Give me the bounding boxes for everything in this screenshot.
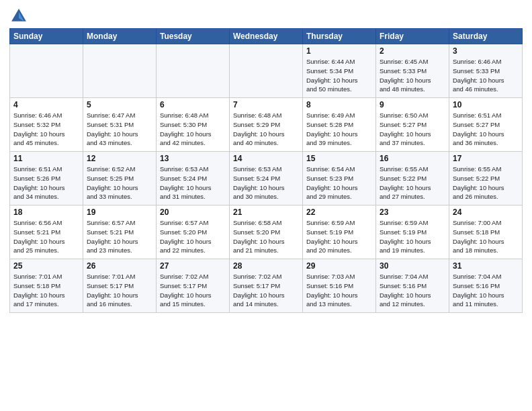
calendar-cell: 22Sunrise: 6:59 AM Sunset: 5:19 PM Dayli…	[303, 205, 376, 259]
day-number: 13	[160, 154, 226, 163]
day-info: Sunrise: 6:58 AM Sunset: 5:20 PM Dayligh…	[233, 218, 299, 255]
day-info: Sunrise: 6:59 AM Sunset: 5:19 PM Dayligh…	[306, 218, 372, 255]
day-header-friday: Friday	[376, 29, 449, 44]
day-info: Sunrise: 7:01 AM Sunset: 5:18 PM Dayligh…	[13, 272, 79, 309]
day-info: Sunrise: 6:50 AM Sunset: 5:27 PM Dayligh…	[380, 111, 445, 148]
calendar-cell: 14Sunrise: 6:53 AM Sunset: 5:24 PM Dayli…	[230, 152, 303, 205]
calendar-cell: 21Sunrise: 6:58 AM Sunset: 5:20 PM Dayli…	[230, 205, 303, 259]
calendar-cell: 13Sunrise: 6:53 AM Sunset: 5:24 PM Dayli…	[157, 152, 230, 205]
day-number: 10	[453, 100, 519, 109]
calendar-cell: 2Sunrise: 6:45 AM Sunset: 5:33 PM Daylig…	[376, 44, 449, 98]
day-number: 23	[380, 208, 445, 217]
day-info: Sunrise: 6:57 AM Sunset: 5:20 PM Dayligh…	[160, 218, 226, 255]
calendar-cell: 15Sunrise: 6:54 AM Sunset: 5:23 PM Dayli…	[303, 152, 376, 205]
day-info: Sunrise: 6:48 AM Sunset: 5:29 PM Dayligh…	[233, 111, 299, 148]
calendar-cell: 30Sunrise: 7:04 AM Sunset: 5:16 PM Dayli…	[376, 259, 449, 313]
day-info: Sunrise: 6:46 AM Sunset: 5:33 PM Dayligh…	[453, 57, 519, 94]
calendar-cell: 23Sunrise: 6:59 AM Sunset: 5:19 PM Dayli…	[376, 205, 449, 259]
day-header-tuesday: Tuesday	[157, 29, 230, 44]
day-number: 20	[160, 208, 226, 217]
day-info: Sunrise: 7:03 AM Sunset: 5:16 PM Dayligh…	[306, 272, 372, 309]
day-info: Sunrise: 6:53 AM Sunset: 5:24 PM Dayligh…	[160, 165, 226, 201]
calendar-cell: 10Sunrise: 6:51 AM Sunset: 5:27 PM Dayli…	[449, 98, 523, 152]
day-number: 19	[87, 208, 152, 217]
calendar-cell: 5Sunrise: 6:47 AM Sunset: 5:31 PM Daylig…	[83, 98, 157, 152]
day-number: 5	[87, 100, 152, 109]
calendar-header: SundayMondayTuesdayWednesdayThursdayFrid…	[10, 29, 523, 44]
day-info: Sunrise: 6:46 AM Sunset: 5:32 PM Dayligh…	[13, 111, 79, 148]
calendar-week-2: 4Sunrise: 6:46 AM Sunset: 5:32 PM Daylig…	[10, 98, 523, 152]
header-row: SundayMondayTuesdayWednesdayThursdayFrid…	[10, 29, 523, 44]
day-header-saturday: Saturday	[449, 29, 523, 44]
day-header-monday: Monday	[83, 29, 157, 44]
day-info: Sunrise: 6:45 AM Sunset: 5:33 PM Dayligh…	[380, 57, 445, 94]
calendar-week-3: 11Sunrise: 6:51 AM Sunset: 5:26 PM Dayli…	[10, 152, 523, 205]
calendar-cell: 6Sunrise: 6:48 AM Sunset: 5:30 PM Daylig…	[157, 98, 230, 152]
day-header-thursday: Thursday	[303, 29, 376, 44]
calendar-cell: 17Sunrise: 6:55 AM Sunset: 5:22 PM Dayli…	[449, 152, 523, 205]
day-header-sunday: Sunday	[10, 29, 83, 44]
main-container: SundayMondayTuesdayWednesdayThursdayFrid…	[0, 0, 532, 317]
day-number: 26	[87, 261, 152, 271]
day-number: 3	[453, 46, 519, 56]
day-info: Sunrise: 6:51 AM Sunset: 5:27 PM Dayligh…	[453, 111, 519, 148]
calendar-table: SundayMondayTuesdayWednesdayThursdayFrid…	[9, 28, 523, 313]
day-number: 28	[233, 261, 299, 271]
day-number: 17	[453, 154, 519, 163]
day-number: 1	[306, 46, 372, 56]
day-info: Sunrise: 6:52 AM Sunset: 5:25 PM Dayligh…	[87, 165, 152, 201]
calendar-cell	[230, 44, 303, 98]
calendar-cell	[10, 44, 83, 98]
calendar-cell: 29Sunrise: 7:03 AM Sunset: 5:16 PM Dayli…	[303, 259, 376, 313]
day-info: Sunrise: 7:00 AM Sunset: 5:18 PM Dayligh…	[453, 218, 519, 255]
day-info: Sunrise: 7:02 AM Sunset: 5:17 PM Dayligh…	[233, 272, 299, 309]
day-info: Sunrise: 6:47 AM Sunset: 5:31 PM Dayligh…	[87, 111, 152, 148]
calendar-body: 1Sunrise: 6:44 AM Sunset: 5:34 PM Daylig…	[10, 44, 523, 313]
day-info: Sunrise: 6:55 AM Sunset: 5:22 PM Dayligh…	[453, 165, 519, 201]
day-number: 8	[306, 100, 372, 109]
calendar-week-4: 18Sunrise: 6:56 AM Sunset: 5:21 PM Dayli…	[10, 205, 523, 259]
logo	[9, 7, 31, 26]
day-number: 29	[306, 261, 372, 271]
day-info: Sunrise: 7:04 AM Sunset: 5:16 PM Dayligh…	[380, 272, 445, 309]
calendar-cell: 27Sunrise: 7:02 AM Sunset: 5:17 PM Dayli…	[157, 259, 230, 313]
day-number: 14	[233, 154, 299, 163]
day-info: Sunrise: 6:55 AM Sunset: 5:22 PM Dayligh…	[380, 165, 445, 201]
calendar-cell	[157, 44, 230, 98]
calendar-week-5: 25Sunrise: 7:01 AM Sunset: 5:18 PM Dayli…	[10, 259, 523, 313]
calendar-cell: 16Sunrise: 6:55 AM Sunset: 5:22 PM Dayli…	[376, 152, 449, 205]
day-info: Sunrise: 6:49 AM Sunset: 5:28 PM Dayligh…	[306, 111, 372, 148]
day-number: 30	[380, 261, 445, 271]
calendar-cell: 31Sunrise: 7:04 AM Sunset: 5:16 PM Dayli…	[449, 259, 523, 313]
calendar-cell: 7Sunrise: 6:48 AM Sunset: 5:29 PM Daylig…	[230, 98, 303, 152]
day-number: 15	[306, 154, 372, 163]
calendar-cell: 4Sunrise: 6:46 AM Sunset: 5:32 PM Daylig…	[10, 98, 83, 152]
calendar-cell: 24Sunrise: 7:00 AM Sunset: 5:18 PM Dayli…	[449, 205, 523, 259]
day-number: 12	[87, 154, 152, 163]
calendar-cell	[83, 44, 157, 98]
calendar-cell: 18Sunrise: 6:56 AM Sunset: 5:21 PM Dayli…	[10, 205, 83, 259]
calendar-cell: 3Sunrise: 6:46 AM Sunset: 5:33 PM Daylig…	[449, 44, 523, 98]
calendar-cell: 25Sunrise: 7:01 AM Sunset: 5:18 PM Dayli…	[10, 259, 83, 313]
day-number: 21	[233, 208, 299, 217]
day-info: Sunrise: 6:53 AM Sunset: 5:24 PM Dayligh…	[233, 165, 299, 201]
calendar-week-1: 1Sunrise: 6:44 AM Sunset: 5:34 PM Daylig…	[10, 44, 523, 98]
day-number: 6	[160, 100, 226, 109]
day-number: 22	[306, 208, 372, 217]
calendar-cell: 8Sunrise: 6:49 AM Sunset: 5:28 PM Daylig…	[303, 98, 376, 152]
day-info: Sunrise: 6:51 AM Sunset: 5:26 PM Dayligh…	[13, 165, 79, 201]
day-number: 7	[233, 100, 299, 109]
day-number: 11	[13, 154, 79, 163]
day-number: 18	[13, 208, 79, 217]
day-info: Sunrise: 6:59 AM Sunset: 5:19 PM Dayligh…	[380, 218, 445, 255]
day-info: Sunrise: 6:48 AM Sunset: 5:30 PM Dayligh…	[160, 111, 226, 148]
logo-icon	[9, 7, 28, 26]
calendar-cell: 1Sunrise: 6:44 AM Sunset: 5:34 PM Daylig…	[303, 44, 376, 98]
day-number: 16	[380, 154, 445, 163]
day-info: Sunrise: 7:04 AM Sunset: 5:16 PM Dayligh…	[453, 272, 519, 309]
calendar-cell: 28Sunrise: 7:02 AM Sunset: 5:17 PM Dayli…	[230, 259, 303, 313]
calendar-cell: 20Sunrise: 6:57 AM Sunset: 5:20 PM Dayli…	[157, 205, 230, 259]
calendar-cell: 12Sunrise: 6:52 AM Sunset: 5:25 PM Dayli…	[83, 152, 157, 205]
day-info: Sunrise: 6:44 AM Sunset: 5:34 PM Dayligh…	[306, 57, 372, 94]
day-info: Sunrise: 6:56 AM Sunset: 5:21 PM Dayligh…	[13, 218, 79, 255]
